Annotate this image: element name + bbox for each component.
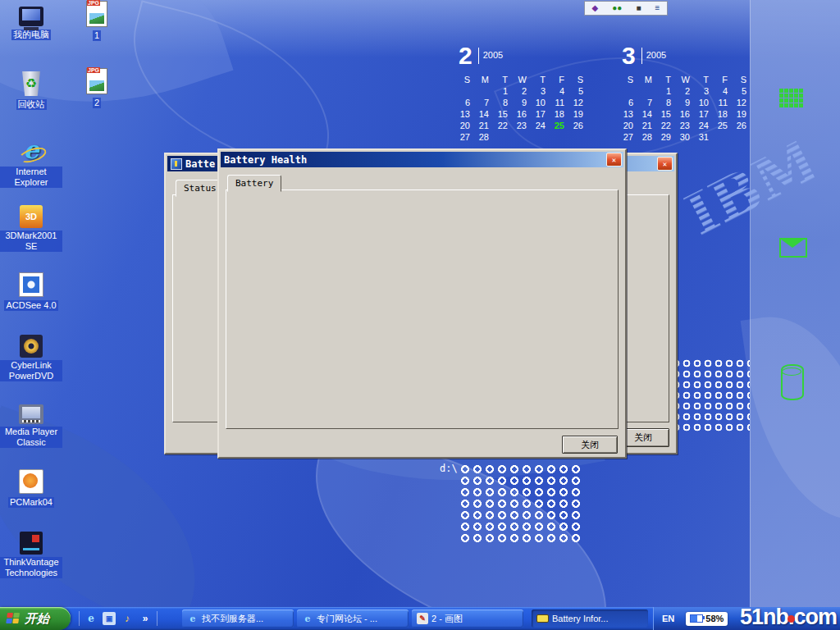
language-indicator[interactable]: EN	[662, 614, 674, 623]
task-label: 2 - 画图	[431, 613, 463, 625]
desktop-icon-my-computer[interactable]: 我的电脑	[0, 5, 62, 41]
calendar-cell: 9	[676, 97, 695, 108]
tab-battery[interactable]: Battery	[227, 175, 281, 192]
calendar-cell: 27	[619, 131, 638, 143]
pcmark-icon	[19, 469, 43, 494]
calendar-cell: 21	[475, 120, 494, 131]
battery-tab-page	[226, 189, 619, 429]
calendar-cell: 22	[494, 120, 513, 131]
calendar-march: 3 2005 SMTWTFS12345678910111213141516171…	[619, 43, 760, 143]
close-button[interactable]: 关闭	[562, 436, 618, 454]
icon-label: 1	[93, 30, 101, 41]
computer-icon	[19, 7, 43, 26]
toolbar-keyboard-icon[interactable]: ≡	[655, 4, 660, 12]
calendar-cell	[550, 131, 569, 143]
taskbar-button-battery-information[interactable]: Battery Infor...	[532, 609, 648, 628]
calendar-cell: 21	[638, 120, 657, 131]
battery-health-dialog: Battery Health ✕ Battery Battery Health …	[217, 148, 627, 459]
wallpaper-grid-icon	[779, 89, 807, 112]
calendar-cell	[733, 131, 751, 143]
desktop-icon-pcmark04[interactable]: PCMark04	[0, 468, 62, 509]
calendar-cell: 23	[513, 120, 532, 131]
desktop-icon-recycle-bin[interactable]: ♻ 回收站	[0, 71, 62, 111]
calendar-cell	[513, 131, 532, 143]
wallpaper-leaf	[290, 428, 632, 630]
quick-launch-desktop-icon[interactable]: ▣	[103, 612, 116, 625]
taskbar-button-server-not-found[interactable]: e 找不到服务器...	[182, 609, 294, 628]
start-button[interactable]: 开始	[0, 607, 71, 630]
divider	[157, 611, 158, 626]
calendar-cell: 3	[695, 85, 714, 97]
desktop-icon-internet-explorer[interactable]: e Internet Explorer	[0, 138, 62, 189]
calendar-cell: 4	[550, 85, 569, 97]
toolbar-monitor-icon[interactable]: ■	[636, 4, 641, 12]
taskbar-button-forum[interactable]: e 专门网论坛 - ...	[297, 609, 409, 628]
calendar-cell: 13	[619, 108, 638, 120]
icon-label: ACDSee 4.0	[4, 300, 57, 311]
calendar-cell: 10	[695, 97, 714, 108]
wallpaper-envelope-icon	[779, 238, 807, 258]
calendar-month-number: 3	[622, 43, 636, 69]
calendar-cell: T	[657, 74, 676, 85]
paint-icon: ✎	[417, 613, 428, 624]
desktop-icon-media-player-classic[interactable]: Media Player Classic	[0, 402, 62, 449]
calendar-cell: 12	[569, 97, 588, 108]
internet-explorer-icon: e	[17, 138, 45, 164]
close-icon[interactable]: ✕	[657, 157, 673, 171]
calendar-cell: 25	[714, 120, 733, 131]
calendar-cell: 7	[638, 97, 657, 108]
desktop-icon-thinkvantage[interactable]: ThinkVantage Technologies	[0, 530, 62, 579]
toolbar-dots-icon[interactable]: ●●	[612, 4, 622, 12]
wallpaper-dot-grid	[671, 358, 750, 434]
calendar-cell: 24	[532, 120, 550, 131]
toolbar-diamond-icon[interactable]: ◆	[592, 4, 599, 12]
calendar-cell: 20	[456, 120, 475, 131]
jpg-file-icon	[86, 1, 107, 27]
calendar-cell: 20	[619, 120, 638, 131]
calendar-cell: S	[456, 74, 475, 85]
powerdvd-icon	[20, 335, 43, 358]
quick-launch-ie-icon[interactable]: e	[84, 612, 98, 625]
calendar-cell: 2	[513, 85, 532, 97]
quick-launch-media-icon[interactable]: ♪	[121, 612, 134, 625]
battery-icon	[536, 614, 549, 623]
calendar-cell: S	[733, 74, 751, 85]
calendar-cell: 11	[550, 97, 569, 108]
icon-label: 2	[93, 98, 101, 108]
calendar-cell: 16	[676, 108, 695, 120]
calendar-cell: 9	[513, 97, 532, 108]
recycle-bin-icon: ♻	[21, 71, 42, 96]
calendar-cell	[532, 131, 550, 143]
desktop-icon-3dmark2001[interactable]: 3D 3DMark2001 SE	[0, 203, 62, 253]
calendar-cell: 1	[494, 85, 513, 97]
calendar-month-number: 2	[459, 43, 472, 69]
calendar-cell: 17	[532, 108, 550, 120]
calendar-cell: 6	[456, 97, 475, 108]
icon-label: PCMark04	[8, 497, 54, 508]
tray-battery-meter[interactable]: 58%	[686, 612, 728, 626]
calendar-february: 2 2005 SMTWTFS12345678910111213141516171…	[456, 43, 597, 143]
calendar-cell: 6	[619, 97, 638, 108]
calendar-cell: F	[550, 74, 569, 85]
calendar-cell: 16	[513, 108, 532, 120]
desktop-icon-powerdvd[interactable]: CyberLink PowerDVD	[0, 333, 62, 382]
taskbar-button-paint[interactable]: ✎ 2 - 画图	[412, 609, 523, 628]
close-icon[interactable]: ✕	[606, 153, 622, 167]
quick-launch-overflow-chevron[interactable]: »	[139, 612, 152, 625]
calendar-cell: 4	[714, 85, 733, 97]
calendar-cell: 17	[695, 108, 714, 120]
desktop-icon-jpg-1[interactable]: 1	[66, 1, 128, 42]
desktop-icon-acdsee[interactable]: ACDSee 4.0	[0, 271, 62, 312]
calendar-cell: 29	[657, 131, 676, 143]
calendar-cell: 13	[456, 108, 475, 120]
media-player-classic-icon	[19, 404, 43, 424]
calendar-cell	[619, 85, 638, 97]
calendar-cell: M	[638, 74, 657, 85]
task-label: 专门网论坛 - ...	[317, 613, 377, 625]
watermark-red-dot	[788, 615, 795, 623]
battery-percent: 58%	[705, 614, 724, 623]
calendar-cell: W	[676, 74, 695, 85]
calendar-cell: S	[569, 74, 588, 85]
desktop-icon-jpg-2[interactable]: 2	[66, 68, 128, 109]
battery-health-titlebar[interactable]: Battery Health ✕	[221, 152, 623, 167]
